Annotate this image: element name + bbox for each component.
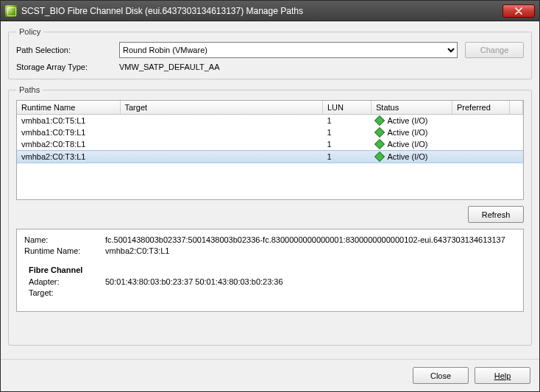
cell-lun: 1 xyxy=(323,115,372,127)
help-button-label: Help xyxy=(494,371,511,380)
cell-lun: 1 xyxy=(323,151,372,163)
cell-status: Active (I/O) xyxy=(372,115,452,127)
cell-runtime-name: vmhba2:C0:T3:L1 xyxy=(17,151,120,163)
path-selection-label: Path Selection: xyxy=(16,46,119,54)
paths-legend: Paths xyxy=(16,85,43,94)
cell-target xyxy=(120,126,323,138)
cell-runtime-name: vmhba2:C0:T8:L1 xyxy=(17,138,120,151)
cell-preferred xyxy=(452,126,510,138)
titlebar[interactable]: SCST_BIO Fibre Channel Disk (eui.6437303… xyxy=(1,1,539,21)
col-lun[interactable]: LUN xyxy=(323,101,372,115)
storage-array-type-label: Storage Array Type: xyxy=(16,63,119,71)
window-title: SCST_BIO Fibre Channel Disk (eui.6437303… xyxy=(21,6,502,16)
cell-status: Active (I/O) xyxy=(372,151,452,163)
path-selection-dropdown[interactable]: Round Robin (VMware) xyxy=(119,42,458,58)
table-row[interactable]: vmhba1:C0:T9:L11Active (I/O) xyxy=(17,126,523,138)
cell-runtime-name: vmhba1:C0:T5:L1 xyxy=(17,115,120,127)
path-details-panel: Name: fc.5001438003b02337:5001438003b023… xyxy=(16,229,524,312)
refresh-button[interactable]: Refresh xyxy=(468,206,524,223)
table-row[interactable]: vmhba2:C0:T3:L11Active (I/O) xyxy=(17,151,523,163)
status-active-icon xyxy=(374,139,384,149)
cell-status: Active (I/O) xyxy=(372,126,452,138)
col-status[interactable]: Status xyxy=(372,101,452,115)
cell-preferred xyxy=(452,138,510,151)
details-target-label: Target: xyxy=(29,288,105,297)
details-adapter-value: 50:01:43:80:03:b0:23:37 50:01:43:80:03:b… xyxy=(105,277,283,286)
storage-array-type-value: VMW_SATP_DEFAULT_AA xyxy=(119,63,220,71)
cell-target xyxy=(120,115,323,127)
close-icon xyxy=(515,7,522,15)
details-name-value: fc.5001438003b02337:5001438003b02336-fc.… xyxy=(105,235,505,244)
cell-target xyxy=(120,138,323,151)
cell-lun: 1 xyxy=(323,126,372,138)
details-runtime-name-label: Runtime Name: xyxy=(24,246,105,255)
dialog-footer: Close Help xyxy=(1,359,539,391)
table-row[interactable]: vmhba2:C0:T8:L11Active (I/O) xyxy=(17,138,523,151)
paths-table-container: Runtime Name Target LUN Status Preferred… xyxy=(16,100,524,200)
table-row[interactable]: vmhba1:C0:T5:L11Active (I/O) xyxy=(17,115,523,127)
status-active-icon xyxy=(374,152,384,162)
window-close-button[interactable] xyxy=(502,4,535,18)
app-icon xyxy=(5,5,17,17)
status-active-icon xyxy=(374,127,384,138)
help-button[interactable]: Help xyxy=(475,367,530,384)
details-name-label: Name: xyxy=(24,235,105,244)
col-target[interactable]: Target xyxy=(120,101,323,115)
cell-target xyxy=(120,151,323,163)
details-adapter-label: Adapter: xyxy=(29,277,105,286)
cell-status: Active (I/O) xyxy=(372,138,452,151)
details-fc-heading: Fibre Channel xyxy=(29,266,516,274)
table-header-row: Runtime Name Target LUN Status Preferred xyxy=(17,101,523,115)
window-frame: SCST_BIO Fibre Channel Disk (eui.6437303… xyxy=(0,0,540,392)
col-spacer xyxy=(510,101,523,115)
policy-group: Policy Path Selection: Round Robin (VMwa… xyxy=(8,27,532,79)
status-active-icon xyxy=(374,115,384,126)
col-runtime-name[interactable]: Runtime Name xyxy=(17,101,120,115)
paths-table: Runtime Name Target LUN Status Preferred… xyxy=(17,101,523,163)
cell-preferred xyxy=(452,151,510,163)
details-runtime-name-value: vmhba2:C0:T3:L1 xyxy=(105,246,169,255)
policy-legend: Policy xyxy=(16,27,43,36)
cell-preferred xyxy=(452,115,510,127)
cell-runtime-name: vmhba1:C0:T9:L1 xyxy=(17,126,120,138)
change-button: Change xyxy=(465,42,524,58)
col-preferred[interactable]: Preferred xyxy=(452,101,510,115)
paths-group: Paths Runtime Name Target LUN Status Pre… xyxy=(8,85,532,346)
close-button[interactable]: Close xyxy=(413,367,469,384)
window-content: Policy Path Selection: Round Robin (VMwa… xyxy=(1,21,539,359)
cell-lun: 1 xyxy=(323,138,372,151)
